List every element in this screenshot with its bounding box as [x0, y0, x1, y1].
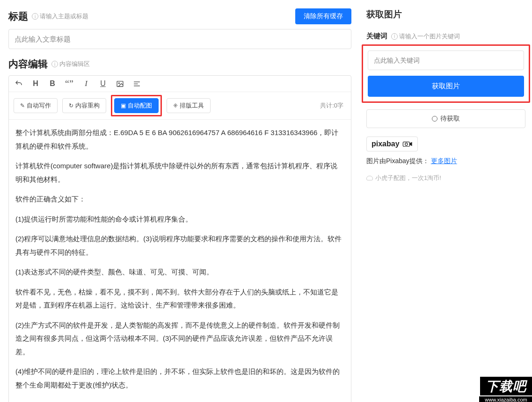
pending-status[interactable]: 待获取 [366, 109, 525, 128]
image-credit: 图片由Pixabay提供： 更多图片 [366, 157, 525, 165]
editor-box: H B “” I U ✎ 自动写作 ↻ 内容重构 ▣ [8, 75, 351, 402]
action-toolbar: ✎ 自动写作 ↻ 内容重构 ▣ 自动配图 ⁜ 排版工具 [9, 92, 351, 120]
watermark-url: www.xiazaiba.com [479, 396, 532, 402]
keyword-label: 关键词 [366, 32, 387, 41]
image-icon[interactable] [115, 79, 125, 89]
info-icon: i [51, 61, 58, 67]
undo-icon[interactable] [14, 79, 24, 89]
title-hint: i 请输入主题或标题 [32, 12, 88, 21]
paragraph: (1)表达形式不同的硬件类型、颜色、味道、可见、可摸、可闻。 [15, 266, 344, 279]
title-heading: 标题 [8, 10, 28, 23]
content-hint: i 内容编辑区 [51, 60, 90, 68]
info-icon: i [391, 33, 398, 40]
bold-icon[interactable]: B [47, 79, 58, 89]
italic-icon[interactable]: I [81, 79, 91, 89]
paragraph: 计算机软件(computer software)是指计算机系统中除硬件以外的所有… [15, 159, 344, 186]
layout-tool-button[interactable]: ⁜ 排版工具 [167, 98, 211, 113]
main-panel: 标题 i 请输入主题或标题 清除所有缓存 内容编辑 i 内容编辑区 H B “”… [0, 0, 358, 402]
paragraph: 软件的正确含义如下： [15, 193, 344, 206]
image-icon: ▣ [121, 102, 126, 109]
content-section-header: 内容编辑 i 内容编辑区 [8, 57, 351, 71]
content-heading: 内容编辑 [8, 57, 48, 71]
heading-icon[interactable]: H [30, 79, 41, 89]
refresh-icon: ↻ [69, 102, 73, 109]
format-toolbar: H B “” I U [9, 76, 351, 92]
sidebar-heading: 获取图片 [366, 8, 525, 21]
auto-write-button[interactable]: ✎ 自动写作 [14, 98, 58, 113]
auto-image-button[interactable]: ▣ 自动配图 [114, 98, 159, 113]
align-icon[interactable] [131, 79, 142, 89]
watermark: 下载吧 www.xiazaiba.com [479, 376, 532, 402]
title-section-header: 标题 i 请输入主题或标题 清除所有缓存 [8, 8, 351, 24]
keyword-header: 关键词 i 请输入一个图片关键词 [366, 32, 525, 41]
keyword-input[interactable] [368, 50, 524, 70]
keyword-highlight: 获取图片 [362, 44, 530, 103]
layout-icon: ⁜ [173, 102, 178, 109]
restructure-button[interactable]: ↻ 内容重构 [62, 98, 106, 113]
circle-icon [432, 116, 437, 122]
underline-icon[interactable]: U [98, 79, 108, 89]
paragraph: (2)生产方式不同的软件是开发，是人类智能的高发挥，而不是传统意义上的硬件制造。… [15, 319, 344, 359]
pixabay-badge: pixabay [366, 136, 418, 151]
auto-image-highlight: ▣ 自动配图 [111, 95, 162, 116]
foot-note: 小虎子配图，一次1淘币! [366, 174, 525, 182]
cloud-icon [366, 176, 373, 180]
pencil-icon: ✎ [20, 102, 25, 109]
word-counter: 共计:0字 [320, 101, 346, 110]
info-icon: i [32, 13, 38, 20]
article-title-input[interactable] [8, 29, 351, 49]
paragraph: (2)程序可以满意地处理信息的数据结构。(3)说明程序功能要求和程序需要的文档的… [15, 232, 344, 259]
paragraph: 整个计算机系统由两部分组成：E.69DA 5 E 6 BA 9062616964… [15, 126, 344, 153]
camera-icon [402, 141, 413, 147]
svg-point-1 [118, 83, 119, 84]
watermark-text: 下载吧 [479, 376, 532, 396]
more-images-link[interactable]: 更多图片 [431, 157, 457, 165]
quote-icon[interactable]: “” [64, 79, 74, 89]
paragraph: (4)维护不同的硬件是旧的，理论上软件是旧的，并不坏，但实际上软件也是旧的和坏的… [15, 365, 344, 392]
fetch-image-button[interactable]: 获取图片 [368, 76, 524, 97]
svg-rect-5 [403, 142, 409, 147]
paragraph: (1)提供运行时所需功能和性能的命令或计算机程序集合。 [15, 213, 344, 226]
keyword-hint: i 请输入一个图片关键词 [391, 32, 460, 41]
clear-cache-button[interactable]: 清除所有缓存 [295, 8, 351, 24]
svg-point-6 [405, 143, 407, 145]
paragraph: 软件看不见，无色，枯燥，看不见，摸不到，闻不到。软件大部分存在于人们的头脑或纸上… [15, 286, 344, 312]
editor-content[interactable]: 整个计算机系统由两部分组成：E.69DA 5 E 6 BA 9062616964… [9, 120, 351, 402]
sidebar-panel: 获取图片 关键词 i 请输入一个图片关键词 获取图片 待获取 pixabay 图… [358, 0, 532, 402]
